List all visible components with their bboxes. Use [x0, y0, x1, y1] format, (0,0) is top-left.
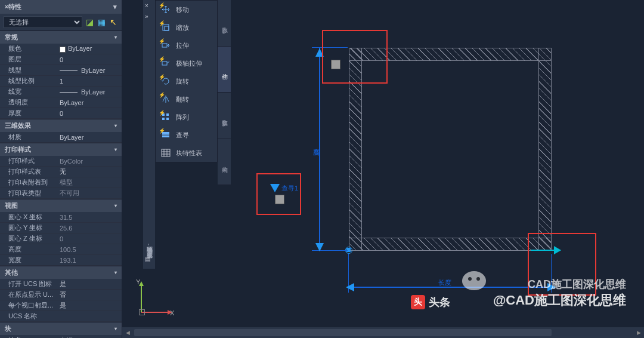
prop-centerx-label: 圆心 X 坐标	[8, 213, 57, 222]
action-stretch[interactable]: ⚡拉伸	[156, 36, 217, 54]
palette-tabs: 参数 动作 参数集 约束	[218, 0, 231, 185]
svg-rect-9	[162, 134, 169, 136]
action-lookup[interactable]: ⚡查寻	[156, 126, 217, 144]
watermark: CAD施工图深化思维	[528, 277, 626, 291]
prop-ucsname-label: UCS 名称	[8, 312, 57, 321]
properties-icon[interactable]: ▤	[145, 256, 153, 264]
prop-ucs-value[interactable]: 是	[57, 279, 122, 288]
prop-plottype-value: 不可用	[57, 189, 122, 198]
section-view[interactable]: 视图▾	[0, 199, 122, 212]
scroll-right-icon[interactable]: ▶	[633, 327, 644, 338]
scroll-left-icon[interactable]: ◀	[122, 327, 133, 338]
section-3deffect[interactable]: 三维效果▾	[0, 119, 122, 132]
selection-row: 无选择 ◪ ▦ ↖	[0, 14, 122, 30]
prop-plotstyle-value: ByColor	[57, 158, 122, 165]
prop-blockname-value: 方钢	[57, 336, 122, 338]
prop-centery-label: 圆心 Y 坐标	[8, 223, 57, 232]
prop-viewport-label: 每个视口都显...	[8, 301, 57, 310]
action-rotate[interactable]: ⚡旋转	[156, 72, 217, 90]
watermark: @CAD施工图深化思维	[493, 291, 626, 309]
svg-rect-11	[162, 149, 170, 156]
section-general[interactable]: 常规▾	[0, 30, 122, 44]
prop-blockname-label: 块名	[8, 336, 57, 338]
palette-strip-label: 块编写选项板 - 所有选项板	[145, 242, 153, 247]
prop-layer-value[interactable]: 0	[57, 56, 122, 63]
arrow-left-icon	[342, 283, 354, 291]
prop-plotattach-value: 模型	[57, 178, 122, 187]
prop-plottype-label: 打印表类型	[8, 189, 57, 198]
prop-centerz-label: 圆心 Z 坐标	[8, 234, 57, 243]
action-grip[interactable]	[275, 195, 284, 204]
prop-origin-value[interactable]: 否	[57, 290, 122, 299]
prop-plottable-label: 打印样式表	[8, 167, 57, 176]
dim-vertical[interactable]	[319, 48, 320, 251]
prop-transparency-value[interactable]: ByLayer	[57, 99, 122, 106]
prop-linetype-value[interactable]: ByLayer	[57, 67, 122, 74]
arrow-down-icon	[315, 243, 324, 256]
action-polar-stretch[interactable]: ⚡极轴拉伸	[156, 54, 217, 72]
quickselect-icon[interactable]: ◪	[85, 17, 94, 27]
palette-strip[interactable]: × » 块编写选项板 - 所有选项板 ▤	[143, 0, 155, 269]
prop-centery-value: 25.6	[57, 225, 122, 232]
action-scale[interactable]: ⚡缩放	[156, 19, 217, 36]
tab-parameter-sets[interactable]: 参数集	[218, 93, 231, 139]
close-icon[interactable]: ×	[145, 2, 153, 11]
prop-ucs-label: 打开 UCS 图标	[8, 279, 57, 288]
section-plot[interactable]: 打印样式▾	[0, 143, 122, 156]
scrollbar-thumb[interactable]	[134, 329, 552, 336]
prop-layer-label: 图层	[8, 55, 57, 64]
action-move[interactable]: ⚡移动	[156, 1, 217, 19]
toutiao-badge: 头 头条	[411, 295, 450, 309]
prop-ltscale-value[interactable]: 1	[57, 78, 122, 85]
prop-transparency-label: 透明度	[8, 98, 57, 107]
tab-parameters[interactable]: 参数	[218, 0, 231, 47]
prop-linetype-label: 线型	[8, 66, 57, 75]
pickadd-icon[interactable]: ▦	[97, 17, 106, 27]
prop-plottable-value[interactable]: 无	[57, 167, 122, 176]
prop-lweight-label: 线宽	[8, 87, 57, 96]
section-block[interactable]: 块▾	[0, 322, 122, 335]
prop-origin-label: 在原点显示 U...	[8, 290, 57, 299]
svg-rect-5	[166, 113, 169, 116]
prop-plotattach-label: 打印表附着到	[8, 178, 57, 187]
prop-height-label: 高度	[8, 245, 57, 254]
prop-plotstyle-label: 打印样式	[8, 156, 57, 165]
tab-actions[interactable]: 动作	[218, 47, 231, 93]
selection-dropdown[interactable]: 无选择	[4, 16, 82, 28]
prop-thickness-value[interactable]: 0	[57, 110, 122, 117]
prop-viewport-value[interactable]: 是	[57, 301, 122, 310]
properties-panel: × 特性 ▾ 无选择 ◪ ▦ ↖ 常规▾ 颜色ByLayer 图层0 线型ByL…	[0, 0, 122, 338]
svg-rect-7	[166, 118, 169, 120]
prop-material-label: 材质	[8, 133, 57, 142]
prop-color-value[interactable]: ByLayer	[57, 45, 122, 52]
prop-thickness-label: 厚度	[8, 109, 57, 118]
prop-width-value: 193.1	[57, 257, 122, 264]
prop-material-value[interactable]: ByLayer	[57, 134, 122, 141]
prop-centerz-value: 0	[57, 235, 122, 242]
action-array[interactable]: ⚡阵列	[156, 108, 217, 126]
stretch-arrow-icon[interactable]	[531, 250, 561, 251]
section-misc[interactable]: 其他▾	[0, 266, 122, 279]
panel-titlebar[interactable]: × 特性 ▾	[0, 0, 122, 14]
select-objects-icon[interactable]: ↖	[109, 17, 118, 27]
prop-height-value: 100.5	[57, 246, 122, 253]
prop-color-label: 颜色	[8, 44, 57, 53]
tab-constraints[interactable]: 约束	[218, 139, 231, 186]
action-palette: ⚡移动 ⚡缩放 ⚡拉伸 ⚡极轴拉伸 ⚡旋转 ⚡翻转 ⚡阵列 ⚡查寻 块特性表	[155, 0, 218, 162]
prop-ltscale-label: 线型比例	[8, 76, 57, 85]
options-icon[interactable]: ▾	[113, 3, 117, 11]
horizontal-scrollbar[interactable]: ◀ ▶	[122, 327, 644, 338]
lookup-label: 查寻1	[281, 184, 298, 193]
panel-title: 特性	[8, 2, 113, 11]
svg-rect-6	[162, 118, 165, 120]
chevrons-icon[interactable]: »	[145, 13, 153, 21]
prop-centerx-value: 31.5	[57, 214, 122, 221]
prop-width-label: 宽度	[8, 256, 57, 265]
prop-lweight-value[interactable]: ByLayer	[57, 88, 122, 96]
highlight-box	[322, 30, 388, 84]
svg-rect-1	[165, 26, 169, 30]
action-grip[interactable]	[331, 60, 340, 69]
action-flip[interactable]: ⚡翻转	[156, 90, 217, 108]
svg-rect-10	[162, 136, 169, 137]
action-prop-table[interactable]: 块特性表	[156, 144, 217, 162]
